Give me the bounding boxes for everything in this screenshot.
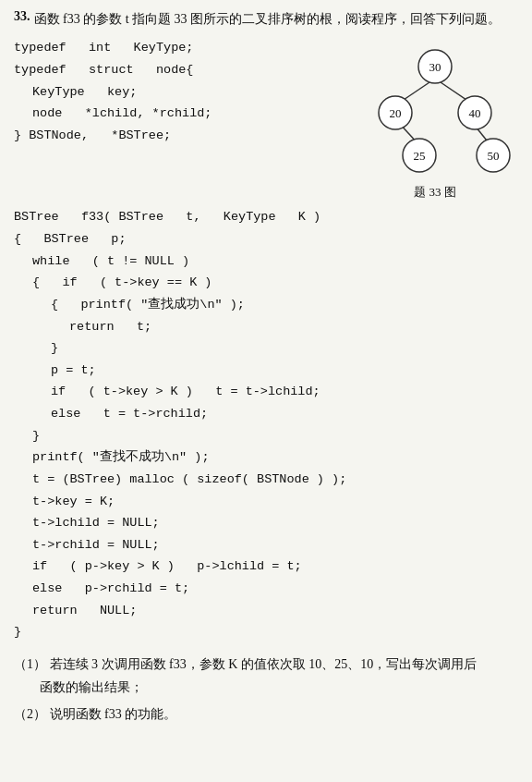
tree-caption: 题 33 图 xyxy=(414,184,456,201)
sub-q2-label: （2） xyxy=(14,707,46,721)
code-line: t = (BSTree) malloc ( sizeof( BSTNode ) … xyxy=(14,469,518,491)
code-line: } xyxy=(14,425,518,447)
question-header: 33. 函数 f33 的参数 t 指向题 33 图所示的二叉排序树的根，阅读程序… xyxy=(14,9,518,30)
code-line: BSTree f33( BSTree t, KeyType K ) xyxy=(14,206,518,228)
code-line: } xyxy=(14,621,518,643)
code-line: return NULL; xyxy=(14,600,518,622)
svg-text:30: 30 xyxy=(429,60,441,74)
code-line: if ( t->key > K ) t = t->lchild; xyxy=(14,381,518,403)
code-line: return t; xyxy=(14,316,518,338)
code-line: node *lchild, *rchild; xyxy=(14,103,343,125)
sub-q1-text: 若连续 3 次调用函数 f33，参数 K 的值依次取 10、25、10，写出每次… xyxy=(50,657,478,671)
header-text: 函数 f33 的参数 t 指向题 33 图所示的二叉排序树的根，阅读程序，回答下… xyxy=(34,9,502,30)
code-line: typedef struct node{ xyxy=(14,59,343,81)
code-main: BSTree f33( BSTree t, KeyType K ) { BSTr… xyxy=(14,206,518,643)
code-line: { if ( t->key == K ) xyxy=(14,272,518,294)
code-line: { printf( "查找成功\n" ); xyxy=(14,294,518,316)
code-line: else p->rchild = t; xyxy=(14,578,518,600)
svg-text:20: 20 xyxy=(390,106,402,120)
question-container: 33. 函数 f33 的参数 t 指向题 33 图所示的二叉排序树的根，阅读程序… xyxy=(14,9,518,726)
sub-q1-continuation: 函数的输出结果； xyxy=(14,676,518,699)
code-line: p = t; xyxy=(14,360,518,382)
question-number: 33. xyxy=(14,9,30,24)
sub-questions: （1） 若连续 3 次调用函数 f33，参数 K 的值依次取 10、25、10，… xyxy=(14,653,518,727)
code-line: t->key = K; xyxy=(14,491,518,513)
code-line: t->rchild = NULL; xyxy=(14,534,518,556)
main-content: typedef int KeyType; typedef struct node… xyxy=(14,37,518,201)
sub-question-2: （2） 说明函数 f33 的功能。 xyxy=(14,703,518,726)
code-line: t->lchild = NULL; xyxy=(14,512,518,534)
svg-text:40: 40 xyxy=(469,106,481,120)
code-line: } xyxy=(14,337,518,360)
tree-diagram: 30 20 40 25 50 题 33 图 xyxy=(352,42,518,201)
sub-q1-label: （1） xyxy=(14,657,46,671)
code-line: KeyType key; xyxy=(14,81,343,104)
sub-question-1: （1） 若连续 3 次调用函数 f33，参数 K 的值依次取 10、25、10，… xyxy=(14,653,518,699)
svg-text:25: 25 xyxy=(414,149,426,163)
tree-svg: 30 20 40 25 50 xyxy=(357,42,514,180)
code-typedef: typedef int KeyType; typedef struct node… xyxy=(14,37,343,146)
code-line: while ( t != NULL ) xyxy=(14,250,518,273)
sub-q2-text: 说明函数 f33 的功能。 xyxy=(50,707,177,721)
code-line: { BSTree p; xyxy=(14,228,518,250)
code-line: if ( p->key > K ) p->lchild = t; xyxy=(14,556,518,578)
code-line: typedef int KeyType; xyxy=(14,37,343,59)
svg-text:50: 50 xyxy=(488,149,500,163)
code-line: } BSTNode, *BSTree; xyxy=(14,125,343,147)
code-line: printf( "查找不成功\n" ); xyxy=(14,446,518,469)
code-line: else t = t->rchild; xyxy=(14,403,518,425)
